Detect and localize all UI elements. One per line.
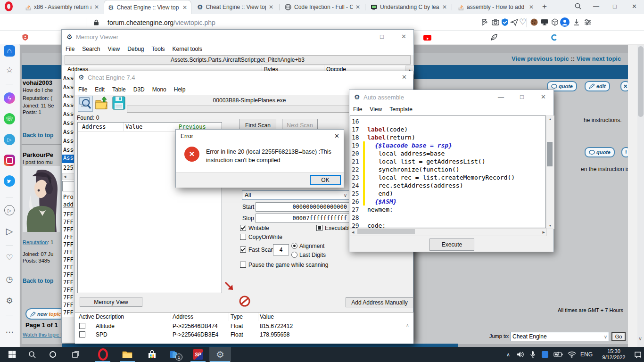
start-button[interactable] <box>3 347 22 362</box>
sidebar-twitter-icon[interactable] <box>4 175 15 187</box>
send-to-device-icon[interactable] <box>510 18 519 28</box>
downloads-icon[interactable] <box>572 18 581 28</box>
hexview-row[interactable]: 7FF <box>63 234 74 240</box>
tab-close-icon[interactable]: ✕ <box>182 4 187 11</box>
results-column-value[interactable]: Value <box>125 123 142 130</box>
record-description[interactable]: SPD <box>96 331 107 338</box>
no-entry-icon[interactable] <box>239 295 251 307</box>
disasm-row-selected[interactable]: Asse <box>62 155 74 163</box>
new-topic-button[interactable]: newtopic <box>25 308 66 320</box>
hexview-row[interactable]: 7FF <box>63 279 74 286</box>
browser-tab[interactable]: assembly - How to add v ✕ <box>454 0 537 14</box>
taskbar-opera-icon[interactable] <box>92 347 113 362</box>
close-icon[interactable]: ✕ <box>541 94 546 100</box>
scroll-right-icon[interactable]: ▶ <box>543 230 546 234</box>
executable-checkbox[interactable] <box>316 225 322 231</box>
memview-field[interactable] <box>62 181 74 191</box>
minimize-icon[interactable]: — <box>498 94 504 100</box>
vertical-scrollbar-thumb[interactable] <box>547 142 553 166</box>
record-description[interactable]: Altitude <box>96 323 115 329</box>
snapshot-camera-icon[interactable] <box>491 18 500 28</box>
record-active-checkbox[interactable] <box>79 331 85 337</box>
taskbar-simpleplanes-icon[interactable]: SP <box>188 347 208 362</box>
tab-close-icon[interactable]: ✕ <box>442 4 447 10</box>
view-previous-topic-link[interactable]: View previous topic <box>512 55 569 62</box>
hexview-row[interactable]: 7FF <box>63 302 74 308</box>
scroll-down-icon[interactable]: ∨ <box>638 336 642 342</box>
memory-viewer-titlebar[interactable]: ⚙ Memory Viewer — □ ✕ <box>62 30 413 44</box>
scroll-down-icon[interactable]: ▼ <box>549 224 552 229</box>
vpn-shield-icon[interactable] <box>501 18 509 28</box>
maximize-icon[interactable]: □ <box>520 94 524 100</box>
copyonwrite-checkbox[interactable] <box>240 234 246 240</box>
poster-username[interactable]: ParkourPe <box>23 151 53 158</box>
menu-file[interactable]: File <box>74 84 91 95</box>
browser-tab-active[interactable]: ⚙ Cheat Engine :: View top ✕ <box>104 0 191 14</box>
results-column-address[interactable]: Address <box>82 123 106 130</box>
browser-tab[interactable]: ⚙ Cheat Engine :: View top ✕ <box>193 0 277 14</box>
record-value[interactable]: 178.955658 <box>260 331 289 338</box>
heart-icon[interactable]: ♡ <box>519 17 526 27</box>
save-table-button[interactable] <box>112 96 126 111</box>
taskbar-store-icon[interactable] <box>141 347 162 362</box>
hexview-row[interactable]: 7FF <box>63 287 74 293</box>
menu-view[interactable]: View <box>366 104 386 115</box>
jump-to-select[interactable]: Cheat Engine ∨ <box>510 332 609 341</box>
hexview-row[interactable]: 7FF <box>63 294 74 301</box>
sidebar-send-icon[interactable]: ▷ <box>4 225 15 237</box>
menu-edit[interactable]: Edit <box>91 84 108 95</box>
close-icon[interactable]: ✕ <box>402 74 407 81</box>
sidebar-home-icon[interactable]: ⌂ <box>4 45 15 57</box>
go-button[interactable]: Go <box>611 332 626 341</box>
hexview-row[interactable]: 7FF <box>63 226 74 233</box>
menu-file[interactable]: File <box>62 44 78 54</box>
tray-language[interactable]: ENG <box>579 347 594 362</box>
sidebar-instagram-icon[interactable] <box>4 155 15 166</box>
column-description[interactable]: Description <box>96 313 124 320</box>
action-center-icon[interactable] <box>632 347 644 362</box>
hexview-row[interactable]: 7FF <box>63 241 74 248</box>
script-editor[interactable]: 16 17label(code) 18label(return) 19 {$lu… <box>350 115 546 228</box>
column-type[interactable]: Type <box>231 313 243 320</box>
tray-yourphone-icon[interactable] <box>539 347 551 362</box>
watch-topic-link[interactable]: Watch this topic fo <box>23 332 65 337</box>
sidebar-whatsapp-icon[interactable]: ☏ <box>4 113 15 124</box>
pause-game-checkbox[interactable] <box>240 262 246 268</box>
poster-username[interactable]: vohai2003 <box>23 79 52 86</box>
menu-template[interactable]: Template <box>386 104 416 115</box>
record-type[interactable]: Float <box>231 323 243 329</box>
address-bar[interactable]: forum.cheatengine.org/viewtopic.php <box>107 19 215 26</box>
taskbar-yourphone-icon[interactable]: 1 <box>163 347 184 362</box>
browser-tab[interactable]: x86 - Assembly return a ✕ <box>21 0 103 14</box>
taskbar-explorer-icon[interactable] <box>117 347 138 362</box>
tab-close-icon[interactable]: ✕ <box>529 4 534 10</box>
new-tab-button[interactable]: + <box>542 2 547 11</box>
quote-button[interactable]: quote <box>585 147 615 157</box>
record-active-checkbox[interactable] <box>79 323 85 329</box>
scrollbar-thumb[interactable] <box>638 46 644 117</box>
open-file-button[interactable] <box>95 96 109 111</box>
tray-volume-icon[interactable] <box>515 347 526 362</box>
scroll-left-icon[interactable]: ◀ <box>350 230 354 234</box>
window-restore-icon[interactable]: □ <box>613 3 617 10</box>
opera-logo-icon[interactable] <box>5 1 13 11</box>
menu-help[interactable]: Help <box>170 84 190 95</box>
sidebar-telegram-icon[interactable]: ▷ <box>4 134 15 145</box>
sidebar-player-icon[interactable]: ▷ <box>4 205 15 216</box>
fast-scan-checkbox[interactable] <box>240 247 246 253</box>
window-close-icon[interactable]: ✕ <box>632 3 637 10</box>
tray-wifi-icon[interactable] <box>566 347 578 362</box>
reputation-link[interactable]: Reputation <box>23 239 48 245</box>
sidebar-bookmarks-star-icon[interactable]: ☆ <box>4 64 15 75</box>
minimize-icon[interactable]: — <box>356 33 363 40</box>
tray-expand-chevron[interactable]: ∧ <box>503 347 514 362</box>
browser-tab[interactable]: Understanding C by lear ✕ <box>367 0 451 14</box>
tray-microphone-icon[interactable] <box>527 347 538 362</box>
view-next-topic-link[interactable]: View next topic <box>577 55 621 62</box>
select-process-button[interactable] <box>78 96 93 112</box>
sidebar-messenger-icon[interactable]: ϟ <box>4 92 15 104</box>
memory-view-button[interactable]: Memory View <box>80 297 142 307</box>
execute-button[interactable]: Execute <box>429 239 474 251</box>
add-address-manually-button[interactable]: Add Address Manually <box>346 297 413 307</box>
menu-table[interactable]: Table <box>108 84 130 95</box>
